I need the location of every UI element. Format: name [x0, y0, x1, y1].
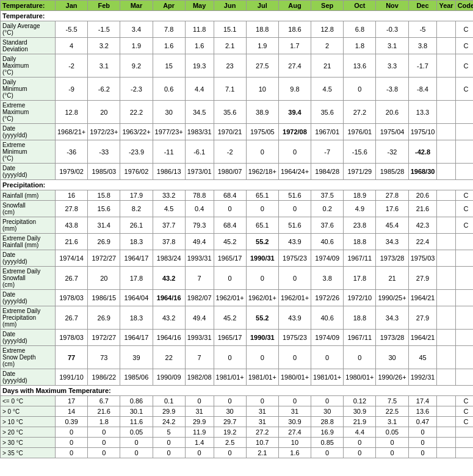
data-cell: 27.8: [376, 190, 408, 201]
data-cell: 13.3: [408, 101, 437, 124]
data-cell: C: [455, 21, 473, 38]
data-cell: 27.4: [278, 54, 311, 78]
row-label: > 10 °C: [1, 417, 56, 427]
row-label: > 30 °C: [1, 438, 56, 448]
data-cell: -5.5: [56, 21, 88, 38]
data-cell: [437, 306, 455, 330]
row-label: Date (yyyy/dd): [1, 164, 56, 180]
data-cell: 1975/03: [408, 250, 437, 267]
data-cell: [455, 346, 473, 369]
data-cell: 33.2: [153, 190, 185, 201]
col-header-oct: Oct: [344, 1, 376, 11]
data-cell: 1972/27: [88, 330, 120, 346]
climate-table: Temperature: Jan Feb Mar Apr May Jun Jul…: [0, 0, 473, 458]
data-cell: 21.6: [88, 406, 120, 417]
data-cell: 43.2: [153, 306, 185, 330]
data-cell: 16: [56, 190, 88, 201]
data-cell: 1973/28: [376, 330, 408, 346]
data-cell: [437, 140, 455, 164]
data-cell: [455, 124, 473, 140]
data-cell: 1991/10: [56, 369, 88, 386]
data-cell: 1980/01+: [278, 369, 311, 386]
data-cell: 0.39: [56, 417, 88, 427]
data-cell: [437, 448, 455, 458]
row-label: > 20 °C: [1, 427, 56, 438]
data-cell: 1976/01: [344, 124, 376, 140]
data-cell: [455, 101, 473, 124]
data-cell: 0: [185, 448, 214, 458]
data-cell: 18.6: [278, 21, 311, 38]
data-cell: 30: [311, 406, 344, 417]
data-cell: 1964/24+: [278, 164, 311, 180]
data-cell: [437, 417, 455, 427]
data-cell: 1975/23: [278, 330, 311, 346]
row-label: Date (yyyy/dd): [1, 369, 56, 386]
data-cell: [437, 346, 455, 369]
row-label: Snowfall (cm): [1, 201, 56, 217]
data-cell: C: [455, 78, 473, 101]
data-cell: 1.6: [185, 38, 214, 54]
row-label: Precipitation (mm): [1, 217, 56, 234]
data-cell: [455, 306, 473, 330]
data-cell: 79.3: [185, 217, 214, 234]
data-cell: 1.9: [246, 38, 278, 54]
data-cell: 15.8: [88, 190, 120, 201]
data-cell: 34.5: [185, 101, 214, 124]
data-cell: 43.2: [153, 267, 185, 290]
data-cell: 15: [153, 54, 185, 78]
data-cell: 1985/03: [88, 164, 120, 180]
data-cell: 21: [376, 267, 408, 290]
data-cell: 31: [185, 406, 214, 417]
data-cell: 17.9: [120, 190, 153, 201]
data-cell: 0.1: [153, 396, 185, 406]
data-cell: 20: [88, 267, 120, 290]
data-cell: -1.7: [408, 54, 437, 78]
data-cell: 26.7: [56, 267, 88, 290]
data-cell: 43.9: [278, 306, 311, 330]
data-cell: 19.2: [214, 427, 246, 438]
row-label: Date (yyyy/dd): [1, 124, 56, 140]
data-cell: 1975/04: [376, 124, 408, 140]
data-cell: 0: [120, 448, 153, 458]
data-cell: 1976/02: [120, 164, 153, 180]
data-cell: 1980/01+: [344, 369, 376, 386]
data-cell: 11.6: [120, 417, 153, 427]
data-cell: 10: [246, 78, 278, 101]
data-cell: 0: [88, 427, 120, 438]
data-cell: [437, 250, 455, 267]
data-cell: 12.8: [311, 21, 344, 38]
data-cell: 1971/29: [344, 164, 376, 180]
data-cell: 1964/04: [120, 290, 153, 306]
data-cell: 35.6: [214, 101, 246, 124]
data-cell: [437, 438, 455, 448]
data-cell: 37.7: [153, 217, 185, 234]
data-cell: 1972/26: [311, 290, 344, 306]
data-cell: 1977/23+: [153, 124, 185, 140]
data-cell: -2: [56, 54, 88, 78]
data-cell: 0: [120, 438, 153, 448]
col-header-year: Year: [437, 1, 455, 11]
data-cell: 27.2: [344, 101, 376, 124]
data-cell: 34.3: [376, 306, 408, 330]
data-cell: 73: [88, 346, 120, 369]
row-label: Date (yyyy/dd): [1, 330, 56, 346]
data-cell: 38.9: [246, 101, 278, 124]
data-cell: [437, 101, 455, 124]
data-cell: 14: [56, 406, 88, 417]
data-cell: [455, 290, 473, 306]
data-cell: 1980/07: [214, 164, 246, 180]
data-cell: -1.5: [88, 21, 120, 38]
data-cell: 1981/01+: [214, 369, 246, 386]
data-cell: 1.4: [185, 438, 214, 448]
data-cell: [455, 234, 473, 250]
data-cell: -23.9: [120, 140, 153, 164]
data-cell: 0: [246, 140, 278, 164]
data-cell: 51.6: [278, 217, 311, 234]
data-cell: -8.4: [408, 78, 437, 101]
data-cell: 0: [185, 396, 214, 406]
data-cell: 45.4: [376, 217, 408, 234]
data-cell: 1972/08: [278, 124, 311, 140]
data-cell: 1975/05: [246, 124, 278, 140]
data-cell: 17.8: [344, 267, 376, 290]
data-cell: 27.8: [56, 201, 88, 217]
